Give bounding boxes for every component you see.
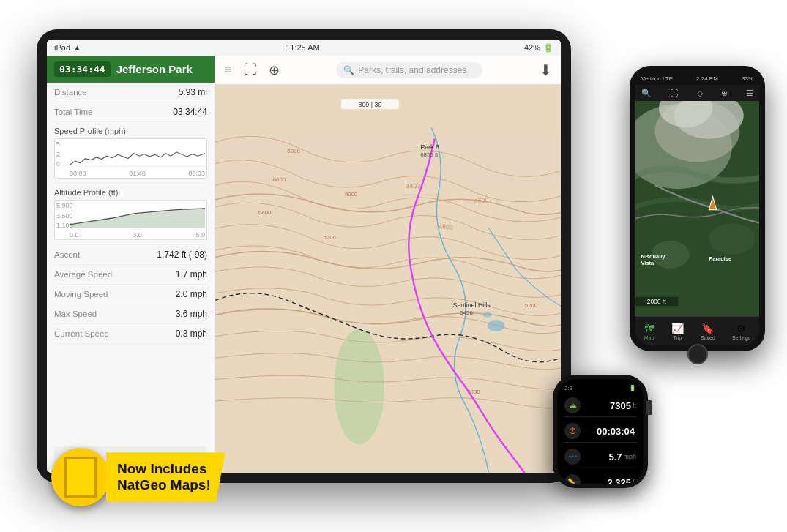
phone-nav-trip[interactable]: 📈 Trip bbox=[671, 323, 684, 340]
watch-speed-icon: 〰 bbox=[564, 449, 581, 465]
alt-x-2: 5.9 bbox=[195, 231, 205, 239]
svg-text:5200: 5200 bbox=[324, 234, 337, 241]
map-nav-icon: 🗺 bbox=[644, 323, 654, 334]
watch-elevation-unit: ft bbox=[633, 402, 636, 409]
watch-elevation-icon: ⛰ bbox=[564, 397, 581, 413]
phone-add-icon[interactable]: ⊕ bbox=[721, 89, 728, 98]
map-area: ≡ ⛶ ⊕ 🔍 Parks, trails, and addresses ⬇ bbox=[215, 56, 561, 473]
max-speed-row: Max Speed 3.6 mph bbox=[54, 304, 207, 324]
sidebar-stats: Distance 5.93 mi Total Time 03:34:44 Spe… bbox=[47, 83, 215, 442]
layers-icon[interactable]: ≡ bbox=[224, 62, 232, 78]
speed-y-2: 2 bbox=[56, 151, 60, 158]
svg-text:Vista: Vista bbox=[641, 260, 654, 266]
phone-map: 2000 ft Nisqually Vista Paradise bbox=[635, 85, 759, 316]
phone-carrier: Verizon LTE bbox=[641, 75, 673, 82]
phone-search-icon[interactable]: 🔍 bbox=[641, 89, 652, 98]
svg-marker-1 bbox=[70, 209, 205, 228]
altitude-chart: 5,900 3,500 1,100 0.0 3.0 bbox=[54, 200, 207, 240]
svg-text:4600: 4600 bbox=[474, 196, 489, 205]
total-time-row: Total Time 03:34:44 bbox=[54, 102, 207, 122]
watch-speed-row: 〰 5.7 mph bbox=[564, 446, 636, 468]
speed-x-0: 00:00 bbox=[70, 170, 86, 177]
svg-rect-3 bbox=[215, 85, 561, 473]
watch-time: 2:3 bbox=[564, 385, 572, 391]
saved-nav-label: Saved bbox=[701, 335, 715, 340]
svg-text:Nisqually: Nisqually bbox=[641, 253, 666, 260]
speed-y-0: 0 bbox=[56, 160, 60, 168]
phone-battery: 33% bbox=[742, 75, 753, 82]
max-speed-label: Max Speed bbox=[54, 310, 97, 318]
tablet-device-label: iPad bbox=[54, 43, 70, 52]
svg-text:Sentinel Hills: Sentinel Hills bbox=[453, 301, 491, 309]
svg-text:5456: 5456 bbox=[460, 310, 473, 316]
map-toolbar-right: ⬇ bbox=[540, 61, 552, 79]
watch-distance-row: 📏 2,325 ft bbox=[564, 471, 636, 484]
natgeo-rectangle bbox=[64, 457, 97, 498]
watch-elevation-row: ⛰ 7305 ft bbox=[564, 394, 636, 417]
alt-x-1: 3.0 bbox=[133, 231, 142, 239]
phone-time: 2:24 PM bbox=[696, 75, 718, 82]
phone-satellite-view: 2000 ft Nisqually Vista Paradise bbox=[635, 85, 759, 316]
phone-nav-map[interactable]: 🗺 Map bbox=[644, 323, 654, 340]
phone-map-toolbar: 🔍 ⛶ ◇ ⊕ ☰ bbox=[635, 85, 759, 101]
activity-timer: 03:34:44 bbox=[54, 61, 111, 77]
altitude-chart-section: Altitude Profile (ft) 5,900 3,500 1,100 bbox=[54, 184, 207, 245]
svg-point-28 bbox=[709, 224, 755, 255]
max-speed-value: 3.6 mph bbox=[176, 309, 207, 319]
tablet-screen: iPad ▲ 11:25 AM 42% 🔋 03:34:44 Jefferson… bbox=[47, 40, 561, 473]
svg-text:6800: 6800 bbox=[287, 148, 300, 154]
natgeo-headline: Now Includes NatGeo Maps! bbox=[117, 461, 211, 493]
settings-nav-label: Settings bbox=[732, 335, 750, 340]
ascent-row: Ascent 1,742 ft (-98) bbox=[54, 245, 207, 265]
scene: iPad ▲ 11:25 AM 42% 🔋 03:34:44 Jefferson… bbox=[0, 0, 787, 532]
svg-point-4 bbox=[334, 329, 384, 444]
svg-text:300 | 30: 300 | 30 bbox=[359, 101, 382, 108]
ascent-label: Ascent bbox=[54, 250, 80, 259]
tablet-battery: 42% bbox=[524, 43, 540, 52]
svg-text:6850 ft: 6850 ft bbox=[420, 151, 439, 158]
phone-home-button[interactable] bbox=[687, 344, 708, 364]
phone-expand-icon[interactable]: ⛶ bbox=[670, 89, 678, 97]
phone-nav-saved[interactable]: 🔖 Saved bbox=[701, 323, 715, 340]
svg-text:Paradise: Paradise bbox=[709, 255, 731, 262]
altitude-x-labels: 0.0 3.0 5.9 bbox=[70, 231, 205, 239]
svg-text:6400: 6400 bbox=[258, 209, 272, 216]
svg-text:4800: 4800 bbox=[439, 222, 454, 231]
tablet-device: iPad ▲ 11:25 AM 42% 🔋 03:34:44 Jefferson… bbox=[37, 29, 571, 483]
wifi-icon: ▲ bbox=[73, 43, 81, 52]
settings-nav-icon: ⚙ bbox=[736, 323, 746, 334]
watch-distance-icon: 📏 bbox=[564, 474, 581, 484]
phone-layers-icon[interactable]: ☰ bbox=[746, 89, 753, 98]
total-time-value: 03:34:44 bbox=[173, 107, 207, 117]
phone-screen: Verizon LTE 2:24 PM 33% 🔍 ⛶ ◇ ⊕ ☰ bbox=[635, 72, 759, 345]
map-search-bar[interactable]: 🔍 Parks, trails, and addresses bbox=[336, 62, 482, 78]
distance-row: Distance 5.93 mi bbox=[54, 83, 207, 102]
ascent-value: 1,742 ft (-98) bbox=[157, 250, 207, 260]
expand-icon[interactable]: ⛶ bbox=[244, 62, 257, 78]
watch-timer-icon: ⏱ bbox=[564, 423, 581, 439]
tablet-battery-icon: 🔋 bbox=[543, 43, 553, 53]
saved-nav-icon: 🔖 bbox=[701, 323, 714, 334]
speed-x-labels: 00:00 01:46 03:33 bbox=[70, 170, 205, 177]
watch-speed-unit: mph bbox=[623, 453, 636, 460]
phone-status-bar: Verizon LTE 2:24 PM 33% bbox=[635, 72, 759, 85]
svg-point-20 bbox=[483, 312, 492, 318]
distance-value: 5.93 mi bbox=[179, 87, 207, 97]
distance-label: Distance bbox=[54, 88, 87, 97]
tablet-status-left: iPad ▲ bbox=[54, 43, 81, 52]
natgeo-banner: Now Includes NatGeo Maps! bbox=[51, 448, 225, 506]
phone-nav-settings[interactable]: ⚙ Settings bbox=[732, 323, 750, 340]
svg-text:4400: 4400 bbox=[406, 181, 421, 190]
tablet-status-right: 42% 🔋 bbox=[524, 43, 553, 53]
add-waypoint-icon[interactable]: ⊕ bbox=[269, 62, 280, 78]
watch-crown[interactable] bbox=[646, 400, 652, 415]
speed-y-5: 5 bbox=[56, 141, 60, 148]
phone-diamond-icon[interactable]: ◇ bbox=[697, 89, 703, 98]
svg-point-19 bbox=[488, 320, 505, 331]
speed-chart-section: Speed Profile (mph) 5 2 0 bbox=[54, 122, 207, 184]
moving-speed-value: 2.0 mph bbox=[176, 289, 207, 299]
speed-chart: 5 2 0 00:00 01:46 03:33 bbox=[54, 138, 207, 179]
map-toolbar-center: 🔍 Parks, trails, and addresses bbox=[280, 62, 540, 78]
user-location-icon[interactable]: ⬇ bbox=[540, 61, 552, 79]
alt-x-0: 0.0 bbox=[70, 231, 79, 239]
